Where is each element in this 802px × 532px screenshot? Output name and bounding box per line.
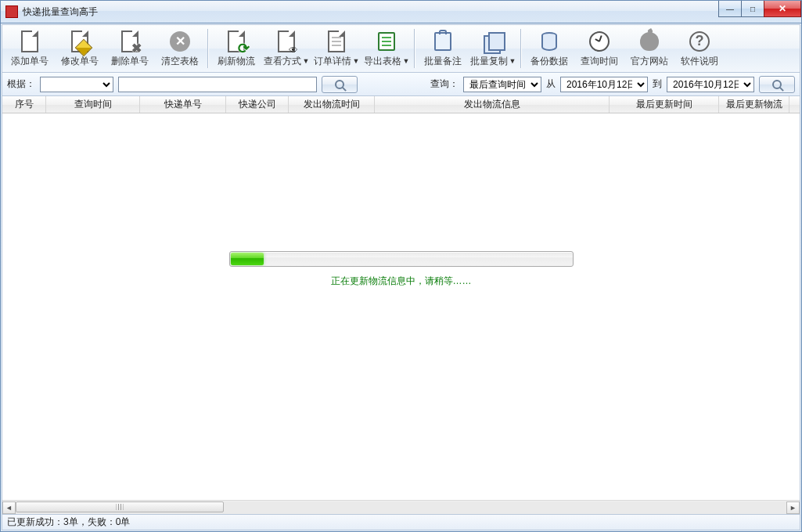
- status-bar: 已更新成功：3单，失败：0单: [2, 515, 800, 530]
- status-text: 已更新成功：3单，失败：0单: [7, 516, 130, 529]
- toolbar-label: 查询时间: [581, 55, 618, 68]
- doc-refresh-icon: [225, 30, 248, 53]
- toolbar-label: 批量备注: [424, 55, 462, 68]
- minimize-button[interactable]: —: [718, 1, 742, 17]
- minimize-icon: —: [726, 5, 734, 13]
- close-button[interactable]: ✕: [764, 1, 801, 17]
- doc-pencil-icon: [68, 30, 92, 53]
- batchcopy-button[interactable]: 批量复制▼: [469, 27, 517, 70]
- edit-button[interactable]: 修改单号: [56, 27, 104, 70]
- to-date-select[interactable]: 2016年10月12日: [667, 77, 754, 92]
- db-icon: [538, 30, 561, 53]
- window-body: 添加单号修改单号删除单号✕清空表格刷新物流查看方式▼订单详情▼导出表格▼批量备注…: [0, 23, 802, 532]
- toolbar-label: 官方网站: [631, 55, 668, 68]
- app-icon: [5, 5, 18, 18]
- viewmode-button[interactable]: 查看方式▼: [262, 27, 311, 70]
- toolbar-separator: [520, 29, 522, 68]
- progress-fill: [231, 253, 264, 265]
- close-icon: ✕: [779, 3, 786, 14]
- toolbar-label: 修改单号: [61, 55, 99, 68]
- column-lastinfo[interactable]: 最后更新物流: [719, 96, 789, 113]
- maximize-button[interactable]: □: [741, 1, 764, 17]
- table-header: 序号查询时间快递单号快递公司发出物流时间发出物流信息最后更新时间最后更新物流: [2, 96, 800, 113]
- backup-button[interactable]: 备份数据: [525, 27, 574, 70]
- toolbar-separator: [414, 29, 415, 68]
- toolbar-label: 备份数据: [530, 55, 568, 68]
- toolbar-label: 删除单号: [111, 55, 149, 68]
- query-search-button[interactable]: [759, 76, 795, 93]
- column-sentinfo[interactable]: 发出物流信息: [375, 96, 610, 113]
- column-trackno[interactable]: 快递单号: [140, 96, 226, 113]
- scroll-left-button[interactable]: ◄: [2, 501, 16, 514]
- help-icon: ?: [688, 30, 711, 53]
- progress-bar: [229, 251, 574, 267]
- batchnote-button[interactable]: 批量备注: [419, 27, 467, 70]
- grip-icon: [116, 504, 123, 510]
- from-label: 从: [546, 77, 556, 91]
- chevron-down-icon: ▼: [509, 57, 516, 65]
- main-toolbar: 添加单号修改单号删除单号✕清空表格刷新物流查看方式▼订单详情▼导出表格▼批量备注…: [2, 24, 800, 73]
- toolbar-label: 导出表格▼: [364, 55, 410, 68]
- scroll-track[interactable]: [16, 501, 786, 514]
- note-icon: [431, 30, 455, 53]
- search-icon: [772, 80, 782, 89]
- column-seq[interactable]: 序号: [2, 96, 46, 113]
- doc-eye-icon: [275, 30, 298, 53]
- horizontal-scrollbar[interactable]: ◄ ►: [2, 500, 800, 514]
- results-table: 序号查询时间快递单号快递公司发出物流时间发出物流信息最后更新时间最后更新物流 正…: [2, 96, 800, 515]
- website-button[interactable]: 官方网站: [625, 27, 674, 70]
- basis-label: 根据：: [7, 77, 35, 91]
- filter-bar: 根据： 查询： 最后查询时间 从 2016年10月12日 到 2016年10月1…: [2, 73, 800, 96]
- doc-lines-icon: [325, 30, 348, 53]
- progress-overlay: 正在更新物流信息中，请稍等……: [229, 251, 574, 288]
- add-button[interactable]: 添加单号: [5, 27, 54, 70]
- toolbar-label: 添加单号: [11, 55, 49, 68]
- basis-search-button[interactable]: [322, 76, 358, 93]
- toolbar-label: 软件说明: [681, 55, 718, 68]
- clock-icon: [588, 30, 611, 53]
- window-title: 快递批量查询高手: [23, 5, 98, 19]
- window-controls: — □ ✕: [719, 1, 801, 17]
- apple-icon: [638, 30, 661, 53]
- delete-button[interactable]: 删除单号: [106, 27, 154, 70]
- refresh-button[interactable]: 刷新物流: [212, 27, 261, 70]
- toolbar-label: 清空表格: [161, 55, 199, 68]
- export-button[interactable]: 导出表格▼: [362, 27, 411, 70]
- chevron-down-icon: ▼: [403, 57, 410, 65]
- chevron-down-icon: ▼: [303, 57, 310, 65]
- clear-button[interactable]: ✕清空表格: [156, 27, 204, 70]
- table-body: 正在更新物流信息中，请稍等……: [2, 113, 800, 500]
- column-lastupdate[interactable]: 最后更新时间: [610, 96, 719, 113]
- column-company[interactable]: 快递公司: [226, 96, 289, 113]
- column-senttime[interactable]: 发出物流时间: [289, 96, 375, 113]
- progress-text: 正在更新物流信息中，请稍等……: [229, 275, 574, 288]
- chevron-down-icon: ▼: [353, 57, 360, 65]
- stack-icon: [481, 30, 505, 53]
- circle-x-icon: ✕: [168, 30, 192, 53]
- doc-x-icon: [118, 30, 142, 53]
- toolbar-label: 订单详情▼: [314, 55, 360, 68]
- toolbar-separator: [207, 29, 209, 68]
- query-type-select[interactable]: 最后查询时间: [463, 77, 541, 92]
- basis-search-input[interactable]: [118, 77, 317, 92]
- from-date-select[interactable]: 2016年10月12日: [560, 77, 648, 92]
- column-qtime[interactable]: 查询时间: [46, 96, 140, 113]
- querytime-button[interactable]: 查询时间: [575, 27, 624, 70]
- doc-icon: [18, 30, 41, 53]
- basis-select[interactable]: [40, 77, 113, 92]
- query-label: 查询：: [430, 77, 459, 91]
- maximize-icon: □: [750, 5, 755, 13]
- toolbar-label: 查看方式▼: [264, 55, 310, 68]
- toolbar-label: 批量复制▼: [470, 55, 516, 68]
- detail-button[interactable]: 订单详情▼: [312, 27, 361, 70]
- to-label: 到: [653, 77, 662, 91]
- help-button[interactable]: ?软件说明: [675, 27, 724, 70]
- scroll-thumb[interactable]: [16, 501, 224, 512]
- scroll-right-button[interactable]: ►: [786, 501, 800, 514]
- search-icon: [335, 80, 344, 89]
- title-bar: 快递批量查询高手 — □ ✕: [0, 0, 802, 23]
- export-icon: [375, 30, 398, 53]
